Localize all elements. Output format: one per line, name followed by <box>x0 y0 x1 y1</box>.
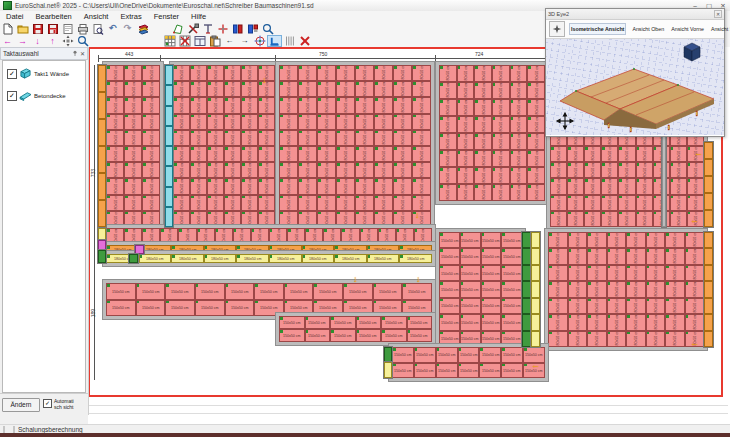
formwork-panel[interactable]: 180x50 cm <box>393 178 412 194</box>
formwork-panel[interactable]: 180x50 cm <box>474 150 492 167</box>
formwork-panel[interactable]: 180x50 cm <box>207 195 224 211</box>
formwork-panel[interactable]: 180x50 cm <box>492 82 510 99</box>
formwork-panel[interactable]: 150x50 cm <box>407 329 433 342</box>
formwork-panel[interactable]: 180x50 cm <box>567 146 584 162</box>
formwork-panel[interactable]: 180x50 cm <box>317 195 336 211</box>
formwork-panel[interactable]: 180x50 cm <box>457 150 475 167</box>
room-d[interactable]: 180x50 cm180x50 cm180x50 cm180x50 cm180x… <box>439 65 545 201</box>
formwork-panel[interactable]: 180x50 cm <box>550 146 567 162</box>
formwork-panel[interactable]: 150x50 cm <box>136 283 166 300</box>
yellow-filler-strip[interactable] <box>384 362 392 378</box>
change-button[interactable]: Ändern <box>2 398 40 412</box>
formwork-panel[interactable]: 180x50 cm <box>207 211 224 227</box>
formwork-panel[interactable]: 180x50 cm <box>396 228 414 245</box>
formwork-panel[interactable]: 180x50 cm <box>393 97 412 113</box>
formwork-panel[interactable]: 150x50 cm <box>501 314 522 330</box>
room-a[interactable]: 180x50 cm180x50 cm180x50 cm180x50 cm180x… <box>106 65 160 227</box>
green-filler-strip[interactable] <box>129 254 138 263</box>
formwork-panel[interactable]: 180x50 cm <box>618 178 635 194</box>
formwork-panel[interactable]: 180x50 cm <box>298 178 317 194</box>
formwork-panel[interactable]: 150x50 cm <box>481 298 502 314</box>
formwork-panel[interactable]: 180x50 cm <box>685 232 705 248</box>
formwork-panel[interactable]: 180x50 cm <box>124 162 142 178</box>
formwork-panel[interactable]: 180x50 cm <box>474 133 492 150</box>
formwork-panel[interactable]: 180x50 cm <box>374 114 393 130</box>
formwork-panel[interactable]: 180x50 cm <box>224 178 241 194</box>
formwork-panel[interactable]: 180x50 cm <box>302 245 335 254</box>
menu-item-extras[interactable]: Extras <box>114 12 147 21</box>
formwork-panel[interactable]: 150x50 cm <box>439 248 460 264</box>
draw-polygon-button[interactable] <box>170 23 185 35</box>
formwork-panel[interactable]: 180x50 cm <box>336 97 355 113</box>
formwork-panel[interactable]: 180x50 cm <box>173 65 190 81</box>
formwork-panel[interactable]: 180x50 cm <box>298 162 317 178</box>
formwork-panel[interactable]: 180x50 cm <box>298 65 317 81</box>
formwork-panel[interactable]: 180x50 cm <box>510 82 528 99</box>
formwork-panel[interactable]: 180x50 cm <box>510 133 528 150</box>
takt-list-item[interactable]: ✓Betondecke <box>7 87 83 105</box>
formwork-panel[interactable]: 180x50 cm <box>685 298 705 314</box>
formwork-panel[interactable]: 150x50 cm <box>458 347 480 363</box>
formwork-panel[interactable]: 180x50 cm <box>457 133 475 150</box>
formwork-panel[interactable]: 180x50 cm <box>374 178 393 194</box>
formwork-panel[interactable]: 180x50 cm <box>336 211 355 227</box>
formwork-panel[interactable]: 180x50 cm <box>334 245 367 254</box>
formwork-panel[interactable]: 180x50 cm <box>336 162 355 178</box>
formwork-panel[interactable]: 180x50 cm <box>124 146 142 162</box>
formwork-panel[interactable]: 180x50 cm <box>190 81 207 97</box>
formwork-panel[interactable]: 180x50 cm <box>412 195 431 211</box>
formwork-panel[interactable]: 180x50 cm <box>670 178 687 194</box>
formwork-panel[interactable]: 180x50 cm <box>548 265 568 281</box>
formwork-panel[interactable]: 180x50 cm <box>510 150 528 167</box>
formwork-panel[interactable]: 180x50 cm <box>173 130 190 146</box>
formwork-panel[interactable]: 180x50 cm <box>607 314 627 330</box>
formwork-panel[interactable]: 180x50 cm <box>607 232 627 248</box>
formwork-panel[interactable]: 180x50 cm <box>584 211 601 227</box>
formwork-panel[interactable]: 180x50 cm <box>492 65 510 82</box>
formwork-panel[interactable]: 180x50 cm <box>568 314 588 330</box>
formwork-panel[interactable]: 180x50 cm <box>279 162 298 178</box>
formwork-panel[interactable]: 180x50 cm <box>474 65 492 82</box>
formwork-panel[interactable]: 180x50 cm <box>142 195 160 211</box>
formwork-panel[interactable]: 180x50 cm <box>142 114 160 130</box>
tools-button[interactable] <box>185 23 200 35</box>
formwork-panel[interactable]: 180x50 cm <box>298 97 317 113</box>
formwork-panel[interactable]: 180x50 cm <box>374 97 393 113</box>
magenta-filler-strip[interactable] <box>135 245 144 254</box>
formwork-panel[interactable]: 150x50 cm <box>460 248 481 264</box>
beam-tool-button[interactable] <box>200 23 215 35</box>
formwork-panel[interactable]: 180x50 cm <box>178 228 196 245</box>
formwork-panel[interactable]: 180x50 cm <box>636 211 653 227</box>
room-i[interactable]: 150x50 cm150x50 cm150x50 cm150x50 cm150x… <box>392 347 545 378</box>
fit-view-button[interactable] <box>60 35 75 47</box>
formwork-panel[interactable]: 180x50 cm <box>607 265 627 281</box>
formwork-panel[interactable]: 150x50 cm <box>501 331 522 347</box>
formwork-panel[interactable]: 180x50 cm <box>207 130 224 146</box>
formwork-panel[interactable]: 180x50 cm <box>355 146 374 162</box>
formwork-panel[interactable]: 180x50 cm <box>374 146 393 162</box>
formwork-panel[interactable]: 180x50 cm <box>336 65 355 81</box>
formwork-panel[interactable]: 180x50 cm <box>171 245 204 254</box>
room-b[interactable]: 180x50 cm180x50 cm180x50 cm180x50 cm180x… <box>173 65 275 227</box>
formwork-panel[interactable]: 180x50 cm <box>106 65 124 81</box>
formwork-panel[interactable]: 180x50 cm <box>492 99 510 116</box>
formwork-panel[interactable]: 180x50 cm <box>207 97 224 113</box>
room-g1[interactable]: 150x50 cm150x50 cm150x50 cm150x50 cm150x… <box>439 232 522 347</box>
formwork-panel[interactable]: 150x50 cm <box>439 314 460 330</box>
viewer-close-icon[interactable]: ✕ <box>714 10 722 18</box>
formwork-panel[interactable]: 180x50 cm <box>367 245 400 254</box>
viewer-3d-window[interactable]: 3D Eye2 ✕ Isometrische AnsichtAnsicht Ob… <box>545 8 725 137</box>
formwork-panel[interactable]: 150x50 cm <box>254 283 284 300</box>
formwork-panel[interactable]: 180x50 cm <box>587 281 607 297</box>
formwork-panel[interactable]: 180x50 cm <box>568 331 588 347</box>
formwork-panel[interactable]: 180x50 cm <box>279 81 298 97</box>
new-document-button[interactable] <box>0 23 15 35</box>
formwork-panel[interactable]: 180x50 cm <box>646 248 666 264</box>
formwork-panel[interactable]: 180x50 cm <box>139 254 172 263</box>
layers-3d-button[interactable] <box>135 23 150 35</box>
step-forward-button[interactable]: → <box>237 35 252 47</box>
formwork-panel[interactable]: 150x50 cm <box>343 300 373 317</box>
yellow-filler-strip[interactable] <box>531 232 540 347</box>
formwork-panel[interactable]: 180x50 cm <box>567 211 584 227</box>
formwork-panel[interactable]: 180x50 cm <box>224 162 241 178</box>
